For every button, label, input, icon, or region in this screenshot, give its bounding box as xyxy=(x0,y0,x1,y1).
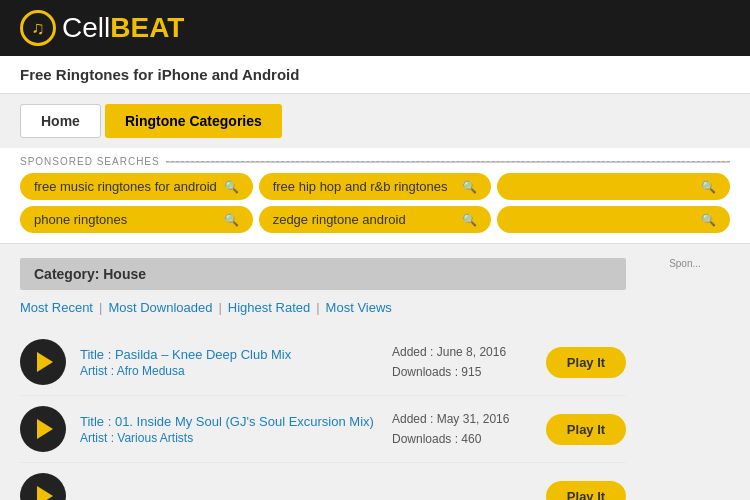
pill-text: phone ringtones xyxy=(34,212,127,227)
filter-most-recent[interactable]: Most Recent xyxy=(20,300,93,315)
search-pill-android-ringtones[interactable]: free music ringtones for android 🔍 xyxy=(20,173,253,200)
play-it-button-1[interactable]: Play It xyxy=(546,347,626,378)
sponsored-label: SPONSORED SEARCHES xyxy=(20,156,730,167)
play-button-2[interactable] xyxy=(20,406,66,452)
filter-sep-2: | xyxy=(218,300,221,315)
filter-most-views[interactable]: Most Views xyxy=(326,300,392,315)
nav-bar: Home Ringtone Categories xyxy=(0,94,750,148)
track-meta-1: Added : June 8, 2016 Downloads : 915 xyxy=(392,342,532,383)
play-it-button-3[interactable]: Play It xyxy=(546,481,626,501)
search-pill-zedge[interactable]: zedge ringtone android 🔍 xyxy=(259,206,492,233)
track-info-1: Title : Pasilda – Knee Deep Club Mix Art… xyxy=(80,346,378,378)
search-icon: 🔍 xyxy=(701,213,716,227)
search-icon: 🔍 xyxy=(701,180,716,194)
ringtone-categories-button[interactable]: Ringtone Categories xyxy=(105,104,282,138)
track-meta-2: Added : May 31, 2016 Downloads : 460 xyxy=(392,409,532,450)
home-button[interactable]: Home xyxy=(20,104,101,138)
track-artist-1[interactable]: Artist : Afro Medusa xyxy=(80,364,378,378)
track-item: Title : 01. Inside My Soul (GJ's Soul Ex… xyxy=(20,396,626,463)
main-content: Category: House Most Recent | Most Downl… xyxy=(0,244,750,500)
track-added-2: Added : May 31, 2016 xyxy=(392,409,532,429)
play-button-3[interactable] xyxy=(20,473,66,500)
track-info-2: Title : 01. Inside My Soul (GJ's Soul Ex… xyxy=(80,413,378,445)
filter-links: Most Recent | Most Downloaded | Highest … xyxy=(20,300,626,315)
track-title-1[interactable]: Title : Pasilda – Knee Deep Club Mix xyxy=(80,346,378,364)
play-triangle-icon xyxy=(37,486,53,500)
search-icon: 🔍 xyxy=(224,213,239,227)
tagline-bar: Free Ringtones for iPhone and Android xyxy=(0,56,750,94)
sponsored-section: SPONSORED SEARCHES free music ringtones … xyxy=(0,148,750,244)
logo-beat: BEAT xyxy=(110,12,184,43)
logo-cell: Cell xyxy=(62,12,110,43)
sidebar-label: Spon... xyxy=(640,258,730,269)
content-left: Category: House Most Recent | Most Downl… xyxy=(20,258,626,500)
filter-sep-1: | xyxy=(99,300,102,315)
pill-text: free music ringtones for android xyxy=(34,179,217,194)
sidebar-sponsored: Spon... xyxy=(640,258,730,500)
logo-text: CellBEAT xyxy=(62,12,184,44)
music-note-icon: ♫ xyxy=(31,18,45,39)
track-added-1: Added : June 8, 2016 xyxy=(392,342,532,362)
search-icon: 🔍 xyxy=(462,213,477,227)
play-it-button-2[interactable]: Play It xyxy=(546,414,626,445)
logo-icon: ♫ xyxy=(20,10,56,46)
header: ♫ CellBEAT xyxy=(0,0,750,56)
pill-text: free hip hop and r&b ringtones xyxy=(273,179,448,194)
track-downloads-2: Downloads : 460 xyxy=(392,429,532,449)
track-title-2[interactable]: Title : 01. Inside My Soul (GJ's Soul Ex… xyxy=(80,413,378,431)
search-pill-hiphop-ringtones[interactable]: free hip hop and r&b ringtones 🔍 xyxy=(259,173,492,200)
search-pill-phone-ringtones[interactable]: phone ringtones 🔍 xyxy=(20,206,253,233)
page-title: Free Ringtones for iPhone and Android xyxy=(20,66,730,83)
filter-highest-rated[interactable]: Highest Rated xyxy=(228,300,310,315)
search-pills-grid: free music ringtones for android 🔍 free … xyxy=(20,173,730,233)
track-artist-2[interactable]: Artist : Various Artists xyxy=(80,431,378,445)
search-pill-6[interactable]: 🔍 xyxy=(497,206,730,233)
search-icon: 🔍 xyxy=(224,180,239,194)
pill-text: zedge ringtone android xyxy=(273,212,406,227)
filter-sep-3: | xyxy=(316,300,319,315)
track-item: Play It xyxy=(20,463,626,500)
search-icon: 🔍 xyxy=(462,180,477,194)
filter-most-downloaded[interactable]: Most Downloaded xyxy=(108,300,212,315)
track-item: Title : Pasilda – Knee Deep Club Mix Art… xyxy=(20,329,626,396)
play-button-1[interactable] xyxy=(20,339,66,385)
search-pill-3[interactable]: 🔍 xyxy=(497,173,730,200)
play-triangle-icon xyxy=(37,419,53,439)
track-downloads-1: Downloads : 915 xyxy=(392,362,532,382)
play-triangle-icon xyxy=(37,352,53,372)
category-header: Category: House xyxy=(20,258,626,290)
